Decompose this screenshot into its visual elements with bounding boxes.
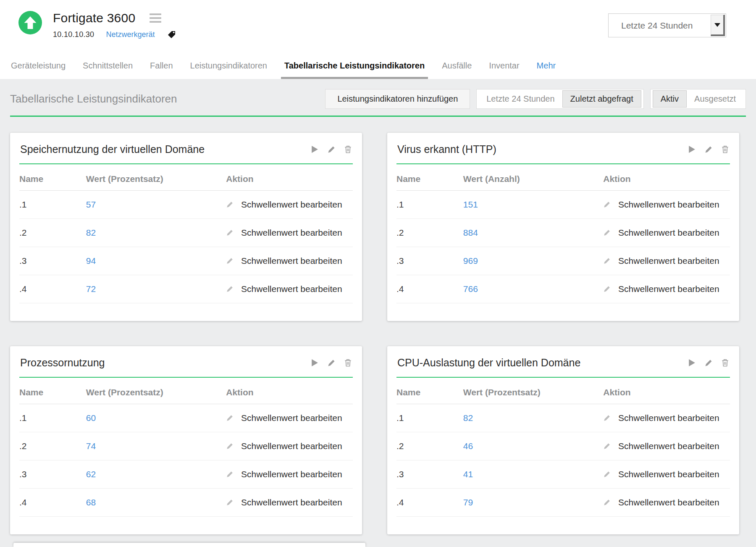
edit-threshold-link[interactable]: Schwellenwert bearbeiten bbox=[618, 228, 719, 237]
value-link[interactable]: 68 bbox=[86, 497, 96, 507]
device-category-link[interactable]: Netzwerkgerät bbox=[106, 30, 155, 39]
edit-threshold-link[interactable]: Schwellenwert bearbeiten bbox=[618, 469, 719, 479]
toggle-aktiv[interactable]: Aktiv bbox=[653, 90, 687, 108]
value-link[interactable]: 94 bbox=[86, 256, 96, 266]
edit-threshold-link[interactable]: Schwellenwert bearbeiten bbox=[241, 497, 342, 507]
time-range-select[interactable]: Letzte 24 Stunden bbox=[608, 13, 726, 37]
value-link[interactable]: 151 bbox=[463, 200, 478, 209]
value-link[interactable]: 82 bbox=[463, 413, 473, 423]
pencil-icon[interactable] bbox=[603, 201, 611, 208]
play-icon[interactable] bbox=[310, 358, 319, 367]
pencil-icon[interactable] bbox=[226, 471, 234, 478]
card-title: Virus erkannt (HTTP) bbox=[397, 143, 496, 155]
toggle-ausgesetzt[interactable]: Ausgesetzt bbox=[687, 91, 743, 107]
column-header-action: Aktion bbox=[603, 380, 730, 404]
toggle-zuletzt-abgefragt[interactable]: Zuletzt abgefragt bbox=[562, 90, 641, 108]
table-row: .1 57 Schwellenwert bearbeiten bbox=[19, 191, 353, 219]
edit-icon[interactable] bbox=[327, 145, 336, 154]
pencil-icon[interactable] bbox=[226, 229, 234, 237]
edit-threshold-link[interactable]: Schwellenwert bearbeiten bbox=[241, 256, 342, 266]
edit-icon[interactable] bbox=[327, 359, 336, 367]
column-header-value: Wert (Prozentsatz) bbox=[86, 380, 226, 404]
card-title: Speichernutzung der virtuellen Domäne bbox=[20, 143, 205, 155]
value-link[interactable]: 41 bbox=[463, 469, 473, 479]
column-header-action: Aktion bbox=[226, 380, 353, 404]
table-row: .2 74 Schwellenwert bearbeiten bbox=[19, 432, 353, 460]
pencil-icon[interactable] bbox=[226, 285, 234, 293]
pencil-icon[interactable] bbox=[226, 414, 234, 422]
pencil-icon[interactable] bbox=[603, 414, 611, 422]
row-name: .1 bbox=[19, 191, 86, 219]
pencil-icon[interactable] bbox=[603, 285, 611, 293]
value-link[interactable]: 969 bbox=[463, 256, 478, 266]
tag-icon[interactable] bbox=[167, 30, 176, 39]
edit-threshold-link[interactable]: Schwellenwert bearbeiten bbox=[241, 228, 342, 237]
edit-threshold-link[interactable]: Schwellenwert bearbeiten bbox=[241, 441, 342, 451]
toolbar: Tabellarische Leistungsindikatoren Leist… bbox=[10, 89, 746, 109]
value-link[interactable]: 72 bbox=[86, 284, 96, 294]
pencil-icon[interactable] bbox=[603, 257, 611, 265]
value-link[interactable]: 74 bbox=[86, 441, 96, 451]
play-icon[interactable] bbox=[687, 145, 696, 154]
tab-ausfaelle[interactable]: Ausfälle bbox=[441, 61, 472, 79]
edit-threshold-link[interactable]: Schwellenwert bearbeiten bbox=[618, 441, 719, 451]
play-icon[interactable] bbox=[687, 358, 696, 367]
edit-icon[interactable] bbox=[704, 359, 713, 367]
row-name: .3 bbox=[19, 247, 86, 275]
indicator-card-speichernutzung: Speichernutzung der virtuellen Domäne Na… bbox=[10, 133, 362, 321]
row-name: .4 bbox=[396, 489, 463, 517]
edit-threshold-link[interactable]: Schwellenwert bearbeiten bbox=[241, 200, 342, 209]
value-link[interactable]: 57 bbox=[86, 200, 96, 209]
pencil-icon[interactable] bbox=[226, 257, 234, 265]
edit-threshold-link[interactable]: Schwellenwert bearbeiten bbox=[241, 284, 342, 294]
edit-threshold-link[interactable]: Schwellenwert bearbeiten bbox=[618, 497, 719, 507]
value-link[interactable]: 62 bbox=[86, 469, 96, 479]
value-link[interactable]: 82 bbox=[86, 228, 96, 237]
indicator-table: Name Wert (Prozentsatz) Aktion .1 60 Sch… bbox=[19, 380, 353, 517]
delete-icon[interactable] bbox=[344, 358, 352, 367]
tab-schnittstellen[interactable]: Schnittstellen bbox=[82, 61, 134, 79]
edit-threshold-link[interactable]: Schwellenwert bearbeiten bbox=[241, 413, 342, 423]
value-link[interactable]: 60 bbox=[86, 413, 96, 423]
tab-leistungsindikatoren[interactable]: Leistungsindikatoren bbox=[189, 61, 268, 79]
next-row-card-peek bbox=[0, 543, 756, 547]
tab-geraeteleistung[interactable]: Geräteleistung bbox=[10, 61, 66, 79]
tab-inventar[interactable]: Inventar bbox=[488, 61, 520, 79]
pencil-icon[interactable] bbox=[603, 499, 611, 506]
edit-threshold-link[interactable]: Schwellenwert bearbeiten bbox=[618, 200, 719, 209]
pencil-icon[interactable] bbox=[226, 442, 234, 450]
value-link[interactable]: 46 bbox=[463, 441, 473, 451]
row-name: .3 bbox=[19, 460, 86, 489]
tab-mehr[interactable]: Mehr bbox=[536, 61, 557, 79]
row-name: .4 bbox=[396, 275, 463, 303]
column-header-name: Name bbox=[19, 167, 86, 191]
delete-icon[interactable] bbox=[721, 358, 729, 367]
pencil-icon[interactable] bbox=[603, 442, 611, 450]
edit-threshold-link[interactable]: Schwellenwert bearbeiten bbox=[241, 469, 342, 479]
delete-icon[interactable] bbox=[344, 145, 352, 154]
tab-tabellarische-leistungsindikatoren[interactable]: Tabellarische Leistungsindikatoren bbox=[284, 61, 425, 79]
edit-icon[interactable] bbox=[704, 145, 713, 154]
add-indicators-button[interactable]: Leistungsindikatoren hinzufügen bbox=[325, 89, 470, 109]
pencil-icon[interactable] bbox=[226, 201, 234, 208]
indicator-card-cpu-auslastung: CPU-Auslastung der virtuellen Domäne Nam… bbox=[387, 346, 739, 534]
value-link[interactable]: 884 bbox=[463, 228, 478, 237]
table-row: .3 969 Schwellenwert bearbeiten bbox=[396, 247, 730, 275]
delete-icon[interactable] bbox=[721, 145, 729, 154]
value-link[interactable]: 79 bbox=[463, 497, 473, 507]
indicator-card-prozessornutzung: Prozessornutzung Name Wert (Pr bbox=[10, 346, 362, 534]
indicator-card-virus-erkannt: Virus erkannt (HTTP) Name Wert bbox=[387, 133, 739, 321]
edit-threshold-link[interactable]: Schwellenwert bearbeiten bbox=[618, 256, 719, 266]
pencil-icon[interactable] bbox=[226, 499, 234, 506]
edit-threshold-link[interactable]: Schwellenwert bearbeiten bbox=[618, 284, 719, 294]
toggle-letzte-24-stunden[interactable]: Letzte 24 Stunden bbox=[479, 91, 562, 107]
edit-threshold-link[interactable]: Schwellenwert bearbeiten bbox=[618, 413, 719, 423]
time-range-value: Letzte 24 Stunden bbox=[609, 14, 711, 37]
pencil-icon[interactable] bbox=[603, 471, 611, 478]
pencil-icon[interactable] bbox=[603, 229, 611, 237]
hamburger-menu-icon[interactable] bbox=[150, 13, 161, 23]
select-arrow-button[interactable] bbox=[711, 15, 725, 36]
play-icon[interactable] bbox=[310, 145, 319, 154]
tab-fallen[interactable]: Fallen bbox=[149, 61, 173, 79]
value-link[interactable]: 766 bbox=[463, 284, 478, 294]
